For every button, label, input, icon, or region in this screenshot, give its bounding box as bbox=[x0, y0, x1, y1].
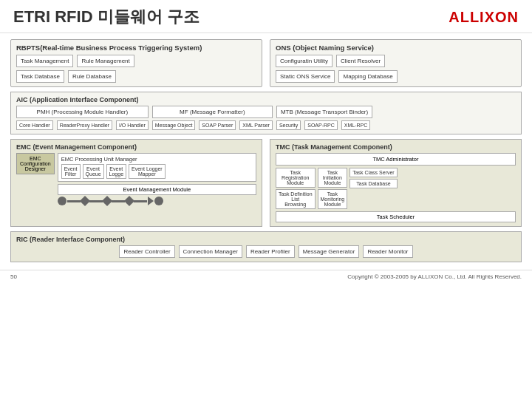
pipe-diamond-2 bbox=[102, 196, 112, 206]
aic-mf-msgobj: Message Object bbox=[152, 120, 196, 130]
emc-designer: EMC Configuration Designer bbox=[16, 153, 55, 174]
aic-mtb-security: Security bbox=[276, 120, 301, 130]
ons-configuratin-utility: Configuratin Utility bbox=[276, 55, 332, 67]
rbpts-task-database: Task Database bbox=[16, 70, 64, 83]
ons-static-service: Static ONS Service bbox=[276, 70, 335, 83]
tmc-section: TMC (Task Management Component) TMC Admi… bbox=[270, 139, 522, 227]
aic-inner: PMH (Processing Module Handler) Core Han… bbox=[16, 106, 516, 130]
rbpts-task-management: Task Management bbox=[16, 55, 73, 67]
ons-row2: Static ONS Service Mapping Database bbox=[276, 70, 516, 83]
footer-copyright: Copyright © 2003-2005 by ALLIXON Co., Lt… bbox=[347, 273, 522, 280]
tmc-registration: Task Registration Module bbox=[276, 168, 316, 188]
emc-inner: EMC Configuration Designer EMC Processin… bbox=[16, 153, 256, 205]
pipe-line-3 bbox=[112, 200, 125, 202]
aic-pmh-core: Core Handler bbox=[16, 120, 53, 130]
tmc-col3: Task Class Server Task Database bbox=[349, 168, 397, 188]
emc-pipeline bbox=[58, 197, 256, 205]
ric-reader-profiler: Reader Profiler bbox=[246, 245, 295, 258]
ric-title: RIC (Reader Interface Component) bbox=[16, 236, 516, 243]
footer: 50 Copyright © 2003-2005 by ALLIXON Co.,… bbox=[0, 270, 532, 283]
footer-page: 50 bbox=[10, 273, 17, 280]
aic-title: AIC (Application Interface Component) bbox=[16, 96, 516, 103]
emc-proc-title: EMC Processing Unit Manager bbox=[61, 156, 253, 163]
tmc-database: Task Database bbox=[349, 179, 397, 188]
emc-event-logger-mapper: Event Logger Mapper bbox=[129, 164, 166, 179]
aic-mf-soap: SOAP Parser bbox=[199, 120, 236, 130]
pipe-diamond-1 bbox=[80, 196, 90, 206]
tmc-class-server: Task Class Server bbox=[349, 168, 397, 177]
tmc-col2: Task Initiation Module Task Monitoring M… bbox=[318, 168, 348, 209]
tmc-title: TMC (Task Management Component) bbox=[276, 143, 516, 151]
emc-proc-unit: EMC Processing Unit Manager Event Filter… bbox=[58, 153, 256, 182]
rbpts-row2: Task Database Rule Database bbox=[16, 70, 256, 83]
aic-pmh-subs: Core Handler ReaderProxy Handler I/O Han… bbox=[16, 120, 149, 130]
pipe-line-4 bbox=[134, 200, 147, 202]
aic-mf-col: MF (Message Formatter) Message Object SO… bbox=[152, 106, 273, 130]
aic-pmh-proxy: ReaderProxy Handler bbox=[57, 120, 112, 130]
aic-mtb-xmlrpc: XML-RPC bbox=[341, 120, 371, 130]
pipe-diamond-3 bbox=[124, 196, 134, 206]
rbpts-section: RBPTS(Real-time Business Process Trigger… bbox=[10, 39, 262, 87]
page-title: ETRI RFID 미들웨어 구조 bbox=[13, 6, 200, 28]
tmc-inner: Task Registration Module Task Definition… bbox=[276, 168, 516, 209]
rbpts-rule-database: Rule Database bbox=[68, 70, 116, 83]
tmc-scheduler: Task Scheduler bbox=[276, 211, 516, 222]
aic-mtb-subs: Security SOAP-RPC XML-RPC bbox=[276, 120, 372, 130]
ric-message-generator: Message Generator bbox=[299, 245, 360, 258]
aic-mf-xml: XML Parser bbox=[239, 120, 273, 130]
pipe-line-1 bbox=[67, 200, 81, 202]
emc-proc-inner: Event Filter Event Queue Event Logge Eve… bbox=[61, 164, 253, 179]
ric-reader-monitor: Reader Monitor bbox=[363, 245, 412, 258]
tmc-initiation: Task Initiation Module bbox=[318, 168, 348, 188]
emc-right: EMC Processing Unit Manager Event Filter… bbox=[58, 153, 256, 205]
pipe-arrow-1 bbox=[148, 197, 154, 205]
emc-event-filter: Event Filter bbox=[61, 164, 81, 179]
header: ETRI RFID 미들웨어 구조 ALLIXON bbox=[0, 0, 532, 33]
aic-mtb-col: MTB (Message Transport Binder) Security … bbox=[276, 106, 372, 130]
ons-section: ONS (Object Naming Service) Configuratin… bbox=[270, 39, 522, 87]
tmc-col1: Task Registration Module Task Definition… bbox=[276, 168, 316, 209]
ons-row1: Configuratin Utility Client Resolver bbox=[276, 55, 516, 67]
emc-event-logger: Event Logge bbox=[106, 164, 126, 179]
rbpts-row1: Task Management Rule Management bbox=[16, 55, 256, 67]
pipe-circle-1 bbox=[58, 197, 66, 205]
rbpts-title: RBPTS(Real-time Business Process Trigger… bbox=[16, 44, 256, 52]
ric-reader-controller: Reader Controller bbox=[119, 245, 174, 258]
ric-section: RIC (Reader Interface Component) Reader … bbox=[10, 231, 522, 262]
aic-section: AIC (Application Interface Component) PM… bbox=[10, 92, 522, 134]
aic-mtb-label: MTB (Message Transport Binder) bbox=[276, 106, 372, 118]
ric-connection-manager: Connection Manager bbox=[179, 245, 242, 258]
emc-mgmt: Event Management Module bbox=[58, 184, 256, 195]
aic-mf-subs: Message Object SOAP Parser XML Parser bbox=[152, 120, 273, 130]
aic-mtb-soaprpc: SOAP-RPC bbox=[304, 120, 338, 130]
aic-mf-label: MF (Message Formatter) bbox=[152, 106, 273, 118]
aic-pmh-col: PMH (Processing Module Handler) Core Han… bbox=[16, 106, 149, 130]
ric-inner: Reader Controller Connection Manager Rea… bbox=[16, 245, 516, 258]
tmc-admin: TMC Administrator bbox=[276, 153, 516, 166]
emc-event-queue: Event Queue bbox=[83, 164, 104, 179]
ons-title: ONS (Object Naming Service) bbox=[276, 44, 516, 52]
ons-mapping-database: Mapping Database bbox=[338, 70, 397, 83]
aic-pmh-label: PMH (Processing Module Handler) bbox=[16, 106, 149, 118]
emc-title: EMC (Event Management Component) bbox=[16, 143, 256, 151]
ons-client-resolver: Client Resolver bbox=[336, 55, 385, 67]
top-row: RBPTS(Real-time Business Process Trigger… bbox=[10, 39, 522, 87]
tmc-monitoring: Task Monitoring Module bbox=[318, 189, 348, 209]
pipe-line-2 bbox=[89, 200, 103, 202]
aic-pmh-io: I/O Handler bbox=[116, 120, 149, 130]
rbpts-rule-management: Rule Management bbox=[77, 55, 134, 67]
emc-section: EMC (Event Management Component) EMC Con… bbox=[10, 139, 262, 227]
logo: ALLIXON bbox=[449, 9, 519, 26]
pipe-circle-2 bbox=[154, 197, 163, 205]
emc-tmc-row: EMC (Event Management Component) EMC Con… bbox=[10, 139, 522, 227]
tmc-definition: Task Definition List Browsing bbox=[276, 189, 316, 209]
